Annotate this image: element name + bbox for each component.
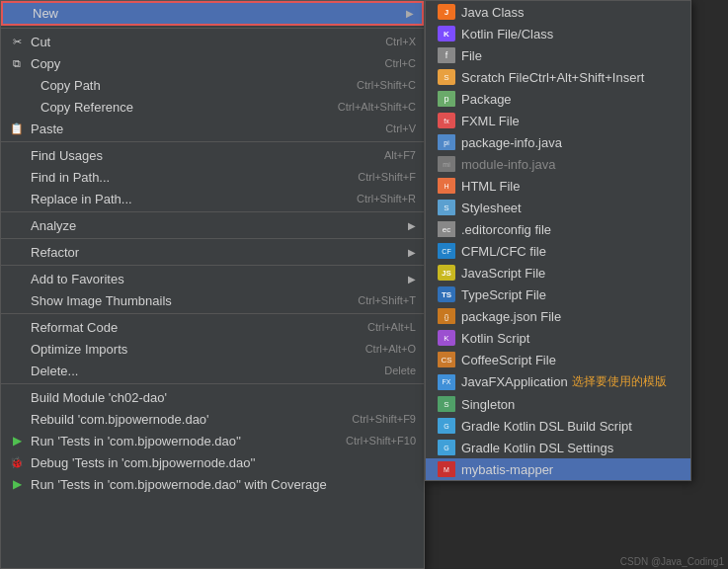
context-menu-wrapper: New ▶ ✂ Cut Ctrl+X ⧉ Copy Ctrl+C Copy Pa… xyxy=(0,0,728,569)
moduleinfo-label: module-info.java xyxy=(461,157,555,172)
right-menu-item-typescript[interactable]: TS TypeScript File xyxy=(426,284,690,305)
coffeescript-icon: CS xyxy=(438,352,455,367)
right-menu-item-gradle-kotlin-settings[interactable]: G Gradle Kotlin DSL Settings xyxy=(426,437,690,458)
separator-7 xyxy=(1,383,424,384)
right-menu-item-javafx[interactable]: FX JavaFXApplication 选择要使用的模版 xyxy=(426,370,690,393)
gradle-kotlin-dsl-icon: G xyxy=(438,418,455,434)
paste-icon: 📋 xyxy=(9,121,25,136)
menu-item-rebuild[interactable]: Rebuild 'com.bjpowernode.dao' Ctrl+Shift… xyxy=(1,408,424,430)
copy-reference-shortcut: Ctrl+Alt+Shift+C xyxy=(338,101,416,113)
menu-item-find-usages-label: Find Usages xyxy=(31,148,364,163)
menu-item-refactor[interactable]: Refactor ▶ xyxy=(1,241,424,263)
right-menu-item-fxml[interactable]: fx FXML File xyxy=(426,110,690,131)
menu-item-copy-reference[interactable]: Copy Reference Ctrl+Alt+Shift+C xyxy=(1,96,424,118)
menu-item-reformat[interactable]: Reformat Code Ctrl+Alt+L xyxy=(1,316,424,338)
right-menu-item-file[interactable]: f File xyxy=(426,44,690,66)
mybatis-label: mybatis-mapper xyxy=(461,462,553,477)
menu-item-replace-in-path-label: Replace in Path... xyxy=(31,192,337,206)
java-class-label: Java Class xyxy=(461,5,525,20)
refactor-arrow-icon: ▶ xyxy=(408,247,416,258)
menu-item-find-usages[interactable]: Find Usages Alt+F7 xyxy=(1,144,424,166)
menu-item-analyze[interactable]: Analyze ▶ xyxy=(1,214,424,236)
run-icon: ▶ xyxy=(9,433,25,448)
editorconfig-label: .editorconfig file xyxy=(461,222,551,237)
javascript-icon: JS xyxy=(438,265,455,281)
right-context-menu: J Java Class K Kotlin File/Class f File … xyxy=(425,0,691,481)
menu-item-show-thumbnails[interactable]: Show Image Thumbnails Ctrl+Shift+T xyxy=(1,289,424,311)
html-icon: H xyxy=(438,178,455,194)
right-menu-item-mybatis[interactable]: M mybatis-mapper xyxy=(426,458,690,480)
right-menu-item-cfml[interactable]: CF CFML/CFC file xyxy=(426,240,690,262)
menu-item-copy-path[interactable]: Copy Path Ctrl+Shift+C xyxy=(1,74,424,96)
delete-shortcut: Delete xyxy=(384,365,416,376)
menu-item-find-in-path[interactable]: Find in Path... Ctrl+Shift+F xyxy=(1,166,424,188)
right-menu-item-stylesheet[interactable]: S Stylesheet xyxy=(426,197,690,218)
paste-shortcut: Ctrl+V xyxy=(385,122,416,134)
menu-item-delete[interactable]: Delete... Delete xyxy=(1,360,424,381)
right-menu-item-moduleinfo[interactable]: mi module-info.java xyxy=(426,153,690,175)
separator-3 xyxy=(1,211,424,212)
menu-item-optimize-label: Optimize Imports xyxy=(31,342,346,357)
right-menu-item-singleton[interactable]: S Singleton xyxy=(426,393,690,415)
cfml-icon: CF xyxy=(438,243,455,259)
right-menu-item-java-class[interactable]: J Java Class xyxy=(426,1,690,23)
menu-item-copy-path-label: Copy Path xyxy=(40,78,337,93)
left-context-menu: New ▶ ✂ Cut Ctrl+X ⧉ Copy Ctrl+C Copy Pa… xyxy=(0,0,425,569)
menu-item-run-tests-label: Run 'Tests in 'com.bjpowernode.dao'' xyxy=(31,434,326,448)
javafx-annotation: 选择要使用的模版 xyxy=(572,373,667,390)
menu-item-cut-label: Cut xyxy=(31,35,365,49)
menu-item-show-thumbnails-label: Show Image Thumbnails xyxy=(31,293,338,308)
right-menu-item-coffeescript[interactable]: CS CoffeeScript File xyxy=(426,349,690,370)
right-menu-item-editorconfig[interactable]: ec .editorconfig file xyxy=(426,218,690,240)
right-menu-item-html[interactable]: H HTML File xyxy=(426,175,690,197)
packagejson-icon: {} xyxy=(438,308,455,324)
package-label: Package xyxy=(461,92,512,107)
menu-item-debug-tests-label: Debug 'Tests in 'com.bjpowernode.dao'' xyxy=(31,455,416,470)
right-menu-item-kotlin-file[interactable]: K Kotlin File/Class xyxy=(426,23,690,44)
html-label: HTML File xyxy=(461,179,520,194)
right-menu-item-pkginfo[interactable]: pi package-info.java xyxy=(426,131,690,153)
moduleinfo-icon: mi xyxy=(438,156,455,172)
cfml-label: CFML/CFC file xyxy=(461,244,546,259)
right-menu-item-packagejson[interactable]: {} package.json File xyxy=(426,305,690,327)
menu-item-find-in-path-label: Find in Path... xyxy=(31,170,338,185)
menu-item-rebuild-label: Rebuild 'com.bjpowernode.dao' xyxy=(31,412,332,427)
menu-item-debug-tests[interactable]: 🐞 Debug 'Tests in 'com.bjpowernode.dao'' xyxy=(1,451,424,473)
menu-item-run-coverage[interactable]: ▶ Run 'Tests in 'com.bjpowernode.dao'' w… xyxy=(1,473,424,495)
javascript-label: JavaScript File xyxy=(461,266,545,281)
run-tests-shortcut: Ctrl+Shift+F10 xyxy=(346,435,416,447)
menu-item-paste-label: Paste xyxy=(31,122,365,136)
stylesheet-icon: S xyxy=(438,200,455,215)
coffeescript-label: CoffeeScript File xyxy=(461,353,556,367)
right-menu-item-javascript[interactable]: JS JavaScript File xyxy=(426,262,690,284)
singleton-label: Singleton xyxy=(461,397,515,412)
menu-item-paste[interactable]: 📋 Paste Ctrl+V xyxy=(1,118,424,139)
separator-1 xyxy=(1,28,424,29)
scratch-shortcut: Ctrl+Alt+Shift+Insert xyxy=(529,70,645,85)
copy-shortcut: Ctrl+C xyxy=(385,57,416,69)
menu-item-build-module[interactable]: Build Module 'ch02-dao' xyxy=(1,386,424,408)
pkginfo-icon: pi xyxy=(438,134,455,150)
menu-item-add-favorites[interactable]: Add to Favorites ▶ xyxy=(1,268,424,289)
menu-item-add-favorites-label: Add to Favorites xyxy=(31,272,400,286)
right-menu-item-kotlin-script[interactable]: K Kotlin Script xyxy=(426,327,690,349)
right-menu-item-gradle-kotlin-dsl[interactable]: G Gradle Kotlin DSL Build Script xyxy=(426,415,690,437)
menu-item-replace-in-path[interactable]: Replace in Path... Ctrl+Shift+R xyxy=(1,188,424,209)
file-label: File xyxy=(461,48,482,63)
menu-item-optimize[interactable]: Optimize Imports Ctrl+Alt+O xyxy=(1,338,424,360)
menu-item-copy[interactable]: ⧉ Copy Ctrl+C xyxy=(1,52,424,74)
menu-item-new[interactable]: New ▶ xyxy=(1,1,424,26)
favorites-arrow-icon: ▶ xyxy=(408,274,416,284)
right-menu-item-package[interactable]: p Package xyxy=(426,88,690,110)
kotlin-file-label: Kotlin File/Class xyxy=(461,27,553,41)
copy-icon: ⧉ xyxy=(9,55,25,71)
menu-item-run-tests[interactable]: ▶ Run 'Tests in 'com.bjpowernode.dao'' C… xyxy=(1,430,424,451)
stylesheet-label: Stylesheet xyxy=(461,201,522,215)
package-icon: p xyxy=(438,91,455,107)
right-menu-item-scratch[interactable]: S Scratch File Ctrl+Alt+Shift+Insert xyxy=(426,66,690,88)
menu-item-cut[interactable]: ✂ Cut Ctrl+X xyxy=(1,31,424,52)
mybatis-icon: M xyxy=(438,461,455,477)
find-usages-shortcut: Alt+F7 xyxy=(384,149,416,161)
analyze-arrow-icon: ▶ xyxy=(408,220,416,231)
gradle-kotlin-settings-icon: G xyxy=(438,440,455,455)
